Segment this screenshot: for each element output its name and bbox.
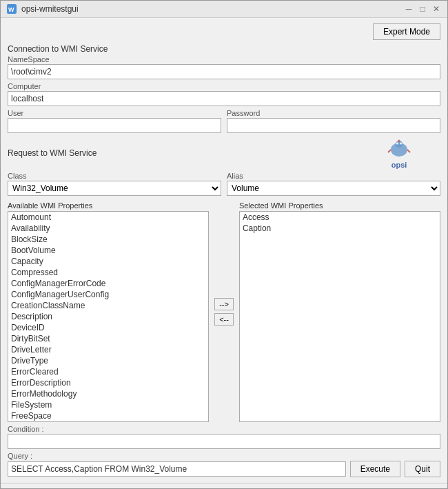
list-item[interactable]: Access <box>240 212 440 223</box>
list-item[interactable]: BootVolume <box>8 245 208 256</box>
list-item[interactable]: ErrorMethodology <box>8 388 208 399</box>
list-item[interactable]: Availability <box>8 223 208 234</box>
svg-point-4 <box>396 143 398 145</box>
title-controls: ─ □ ✕ <box>403 3 442 14</box>
quit-button[interactable]: Quit <box>405 461 440 477</box>
alias-dropdown[interactable]: Volume Disk Drive <box>227 181 440 196</box>
selected-properties-list[interactable]: AccessCaption <box>239 211 440 422</box>
query-input[interactable] <box>8 461 346 477</box>
request-label: Request to WMI Service <box>8 148 380 158</box>
list-item[interactable]: ErrorDescription <box>8 377 208 388</box>
list-item[interactable]: Caption <box>240 223 440 234</box>
query-section: Query : Execute Quit <box>8 452 440 477</box>
list-item[interactable]: ConfigManagerUserConfig <box>8 289 208 300</box>
opsi-logo-text: opsi <box>391 161 407 169</box>
arrow-buttons-panel: --> <-- <box>212 201 236 422</box>
maximize-button[interactable]: □ <box>417 3 428 14</box>
computer-label: Computer <box>8 82 440 90</box>
available-properties-label: Available WMI Properties <box>8 201 209 210</box>
request-section-header: Request to WMI Service <box>8 148 380 159</box>
class-dropdown[interactable]: Win32_Volume Win32_LogicalDisk Win32_Dis… <box>8 181 221 196</box>
user-label: User <box>8 109 221 117</box>
execute-button[interactable]: Execute <box>350 461 400 477</box>
selected-properties-label: Selected WMI Properties <box>239 201 440 210</box>
title-bar-left: W opsi-wmitestgui <box>6 3 79 14</box>
svg-line-6 <box>388 150 391 152</box>
opsi-robot-icon <box>385 139 413 161</box>
properties-area: Available WMI Properties AutomountAvaila… <box>8 201 440 422</box>
namespace-input[interactable] <box>8 64 440 79</box>
computer-input[interactable] <box>8 91 440 106</box>
expert-mode-button[interactable]: Expert Mode <box>373 23 440 40</box>
svg-point-5 <box>400 143 402 145</box>
list-item[interactable]: FreeSpace <box>8 410 208 421</box>
available-properties-list[interactable]: AutomountAvailabilityBlockSizeBootVolume… <box>8 211 209 422</box>
add-property-button[interactable]: --> <box>214 298 234 310</box>
condition-section: Condition : <box>8 425 440 449</box>
wmi-service-label: Connection to WMI Service <box>8 44 440 54</box>
opsi-logo-container: opsi <box>385 139 413 169</box>
remove-property-button[interactable]: <-- <box>214 313 234 326</box>
list-item[interactable]: Compressed <box>8 267 208 278</box>
selected-properties-panel: Selected WMI Properties AccessCaption <box>239 201 440 422</box>
list-item[interactable]: DriveLetter <box>8 344 208 355</box>
class-label: Class <box>8 172 221 180</box>
condition-input[interactable] <box>8 434 440 449</box>
list-item[interactable]: DriveType <box>8 355 208 366</box>
list-item[interactable]: Description <box>8 311 208 322</box>
class-alias-row: Class Win32_Volume Win32_LogicalDisk Win… <box>8 172 440 196</box>
list-item[interactable]: Capacity <box>8 256 208 267</box>
query-row: Execute Quit <box>8 461 440 477</box>
request-header-row: Request to WMI Service <box>8 139 440 169</box>
list-item[interactable]: ConfigManagerErrorCode <box>8 278 208 289</box>
list-item[interactable]: CreationClassName <box>8 300 208 311</box>
list-item[interactable]: BlockSize <box>8 234 208 245</box>
query-label: Query : <box>8 452 440 460</box>
main-window: W opsi-wmitestgui ─ □ ✕ Expert Mode Conn… <box>0 0 448 489</box>
available-properties-panel: Available WMI Properties AutomountAvaila… <box>8 201 209 422</box>
window-title: opsi-wmitestgui <box>21 4 79 14</box>
status-bar <box>1 483 447 488</box>
minimize-button[interactable]: ─ <box>403 3 414 14</box>
user-input[interactable] <box>8 118 221 133</box>
list-item[interactable]: FileSystem <box>8 399 208 410</box>
list-item[interactable]: Automount <box>8 212 208 223</box>
password-label: Password <box>227 109 440 117</box>
list-item[interactable]: DirtyBitSet <box>8 333 208 344</box>
title-bar: W opsi-wmitestgui ─ □ ✕ <box>1 1 447 18</box>
svg-text:W: W <box>8 6 14 13</box>
svg-line-7 <box>407 150 410 152</box>
app-icon: W <box>6 3 17 14</box>
wmi-service-section: Connection to WMI Service NameSpace Comp… <box>8 44 440 133</box>
condition-label: Condition : <box>8 425 440 433</box>
list-item[interactable]: ErrorCleared <box>8 366 208 377</box>
list-item[interactable]: DeviceID <box>8 322 208 333</box>
alias-label: Alias <box>227 172 440 180</box>
close-button[interactable]: ✕ <box>431 3 442 14</box>
password-input[interactable] <box>227 118 440 133</box>
namespace-label: NameSpace <box>8 55 440 63</box>
